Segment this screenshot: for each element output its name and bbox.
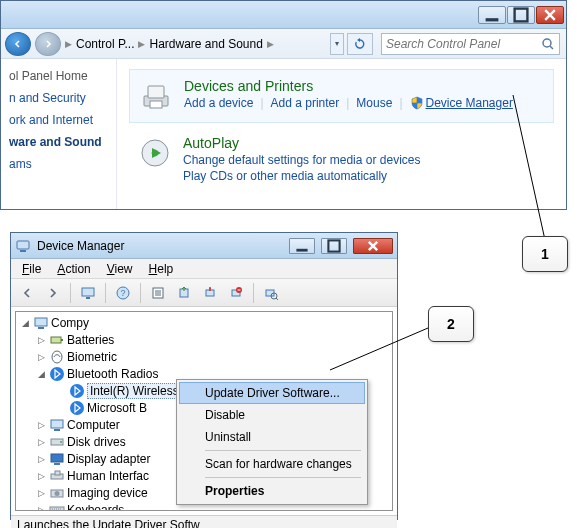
hid-icon	[49, 468, 65, 484]
menu-help[interactable]: Help	[142, 261, 181, 277]
svg-rect-39	[55, 471, 60, 475]
toolbar-back-button[interactable]	[15, 282, 39, 304]
devices-printers-section: Devices and Printers Add a device | Add …	[129, 69, 554, 123]
toolbar-update-button[interactable]	[172, 282, 196, 304]
menu-file[interactable]: File	[15, 261, 48, 277]
tree-label: Human Interfac	[67, 469, 149, 483]
tree-label: Compy	[51, 316, 89, 330]
toolbar-scan-button[interactable]	[259, 282, 283, 304]
devices-printers-icon	[138, 78, 174, 114]
svg-rect-24	[35, 318, 47, 326]
breadcrumb-item[interactable]: Hardware and Sound	[149, 37, 262, 51]
autoplay-desc-2[interactable]: Play CDs or other media automatically	[183, 169, 546, 183]
battery-icon	[49, 332, 65, 348]
expander-icon[interactable]: ▷	[36, 454, 47, 464]
expander-icon[interactable]: ▷	[36, 420, 47, 430]
add-printer-link[interactable]: Add a printer	[271, 96, 340, 110]
callout-1: 1	[522, 236, 568, 272]
svg-rect-5	[150, 101, 162, 108]
svg-rect-27	[61, 339, 63, 341]
expander-icon[interactable]: ◢	[36, 369, 47, 379]
bluetooth-icon	[69, 400, 85, 416]
svg-point-35	[60, 441, 62, 443]
expander-icon[interactable]: ▷	[36, 471, 47, 481]
close-button[interactable]	[536, 6, 564, 24]
search-input[interactable]	[386, 37, 537, 51]
tree-label: Bluetooth Radios	[67, 367, 158, 381]
biometric-icon	[49, 349, 65, 365]
add-device-link[interactable]: Add a device	[184, 96, 253, 110]
menu-view[interactable]: View	[100, 261, 140, 277]
toolbar-uninstall-button[interactable]	[224, 282, 248, 304]
ctx-separator	[205, 450, 361, 451]
expander-icon[interactable]: ▷	[36, 488, 47, 498]
close-button[interactable]	[353, 238, 393, 254]
tree-item-biometric[interactable]: ▷ Biometric	[16, 348, 392, 365]
expander-icon[interactable]: ▷	[36, 335, 47, 345]
expander-icon[interactable]: ▷	[36, 505, 47, 512]
sidebar-item-network[interactable]: ork and Internet	[1, 109, 116, 131]
forward-button[interactable]	[35, 32, 61, 56]
svg-point-41	[55, 491, 60, 496]
toolbar-properties-button[interactable]	[146, 282, 170, 304]
breadcrumb-separator: ▶	[65, 39, 72, 49]
minimize-button[interactable]	[289, 238, 315, 254]
callout-2: 2	[428, 306, 474, 342]
expander-icon[interactable]: ▷	[36, 437, 47, 447]
display-icon	[49, 451, 65, 467]
section-title[interactable]: Devices and Printers	[184, 78, 545, 94]
maximize-button[interactable]	[321, 238, 347, 254]
breadcrumb-dropdown[interactable]: ▾	[330, 33, 344, 55]
toolbar-disable-button[interactable]	[198, 282, 222, 304]
tree-label: Disk drives	[67, 435, 126, 449]
breadcrumb-separator: ▶	[267, 39, 274, 49]
minimize-button[interactable]	[478, 6, 506, 24]
svg-rect-8	[17, 241, 29, 249]
svg-point-29	[50, 367, 64, 381]
sidebar-item-programs[interactable]: ams	[1, 153, 116, 175]
expander-icon[interactable]: ▷	[36, 352, 47, 362]
tree-root[interactable]: ◢ Compy	[16, 314, 392, 331]
ctx-scan[interactable]: Scan for hardware changes	[179, 453, 365, 475]
ctx-update-driver[interactable]: Update Driver Software...	[179, 382, 365, 404]
toolbar-forward-button[interactable]	[41, 282, 65, 304]
svg-rect-36	[51, 454, 63, 462]
toolbar: ?	[11, 279, 397, 307]
tree-item-batteries[interactable]: ▷ Batteries	[16, 331, 392, 348]
autoplay-desc-1[interactable]: Change default settings for media or dev…	[183, 153, 546, 167]
disk-icon	[49, 434, 65, 450]
ctx-uninstall[interactable]: Uninstall	[179, 426, 365, 448]
sidebar-item-hardware[interactable]: ware and Sound	[1, 131, 116, 153]
tree-label: Biometric	[67, 350, 117, 364]
tree-label: Batteries	[67, 333, 114, 347]
address-toolbar: ▶ Control P... ▶ Hardware and Sound ▶ ▾	[1, 29, 566, 59]
search-icon	[541, 37, 555, 51]
svg-rect-37	[54, 463, 60, 465]
arrow-left-icon	[13, 39, 23, 49]
device-tree[interactable]: ◢ Compy ▷ Batteries ▷ Biometric ◢ Blueto…	[15, 311, 393, 511]
svg-rect-4	[148, 86, 164, 98]
svg-rect-0	[486, 18, 499, 21]
svg-point-28	[52, 351, 62, 363]
section-title[interactable]: AutoPlay	[183, 135, 546, 151]
search-box[interactable]	[381, 33, 560, 55]
back-button[interactable]	[5, 32, 31, 56]
menu-action[interactable]: Action	[50, 261, 97, 277]
svg-rect-1	[515, 8, 528, 21]
disable-icon	[203, 286, 217, 300]
sidebar-item-security[interactable]: n and Security	[1, 87, 116, 109]
ctx-disable[interactable]: Disable	[179, 404, 365, 426]
toolbar-show-button[interactable]	[76, 282, 100, 304]
ctx-properties[interactable]: Properties	[179, 480, 365, 502]
expander-icon[interactable]: ◢	[20, 318, 31, 328]
link-separator: |	[399, 96, 402, 110]
sidebar-item-home[interactable]: ol Panel Home	[1, 65, 116, 87]
close-icon	[354, 239, 392, 253]
device-manager-link[interactable]: Device Manager	[426, 96, 513, 110]
maximize-button[interactable]	[507, 6, 535, 24]
refresh-button[interactable]	[347, 33, 373, 55]
toolbar-help-button[interactable]: ?	[111, 282, 135, 304]
device-manager-icon	[15, 238, 31, 254]
mouse-link[interactable]: Mouse	[356, 96, 392, 110]
breadcrumb-item[interactable]: Control P...	[76, 37, 134, 51]
